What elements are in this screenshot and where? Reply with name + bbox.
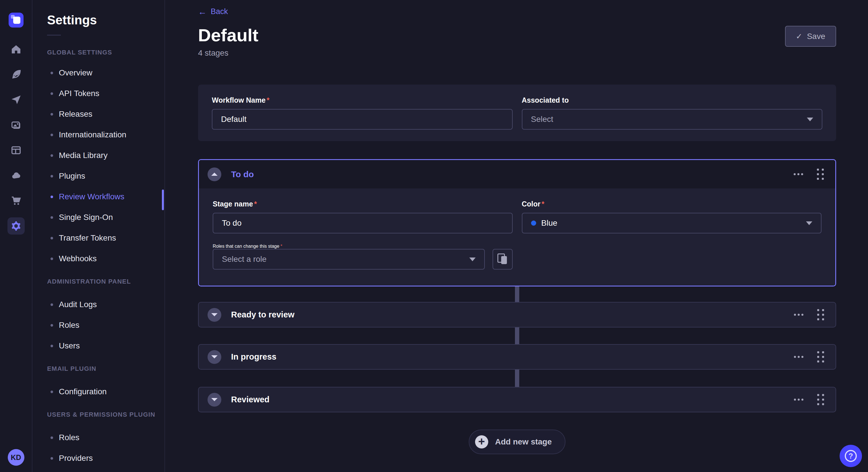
required-asterisk: * (267, 96, 270, 104)
add-stage-row: + Add new stage (198, 430, 836, 454)
bullet-icon (51, 72, 53, 74)
sidebar-item-single-sign-on[interactable]: Single Sign-On (32, 207, 164, 228)
chevron-down-icon (469, 258, 476, 261)
section-heading-global-settings: GLOBAL SETTINGS (32, 49, 164, 56)
drag-handle-icon[interactable] (817, 351, 824, 363)
save-label: Save (807, 32, 825, 41)
sidebar-item-review-workflows[interactable]: Review Workflows (32, 187, 164, 207)
user-avatar[interactable]: KD (8, 449, 24, 466)
bullet-icon (51, 92, 53, 95)
settings-gear-icon[interactable] (7, 217, 25, 235)
bullet-icon (51, 113, 53, 115)
stage-connector-line (515, 286, 519, 302)
stage-title: Ready to review (231, 310, 294, 319)
page-subtitle: 4 stages (198, 48, 258, 58)
section-heading-administration-panel: ADMINISTRATION PANEL (32, 269, 164, 294)
bullet-icon (51, 436, 53, 439)
required-asterisk: * (280, 244, 282, 248)
chevron-up-icon (211, 173, 218, 176)
expand-stage-button[interactable] (208, 393, 221, 407)
collapse-stage-button[interactable] (208, 167, 221, 181)
media-library-icon[interactable] (7, 116, 25, 134)
stage-options-menu-button[interactable] (794, 397, 804, 402)
layout-icon[interactable] (7, 142, 25, 159)
duplicate-roles-button[interactable] (493, 249, 513, 270)
back-link[interactable]: ← Back (198, 7, 228, 16)
paper-plane-icon[interactable] (7, 91, 25, 108)
strapi-logo-icon[interactable] (9, 12, 24, 28)
stage-header-actions (793, 169, 824, 180)
drag-handle-icon[interactable] (817, 169, 824, 180)
sidebar-title: Settings (47, 13, 164, 27)
sidebar-item-internationalization[interactable]: Internationalization (32, 125, 164, 145)
sidebar-item-admin-roles[interactable]: Roles (32, 315, 164, 336)
bullet-icon (51, 457, 53, 460)
chevron-down-icon (807, 117, 813, 121)
sidebar-item-plugins[interactable]: Plugins (32, 166, 164, 187)
associated-to-label: Associated to (522, 96, 823, 104)
stage-name-input[interactable] (213, 213, 513, 233)
help-button[interactable]: ? (840, 445, 862, 467)
workflow-name-label: Workflow Name* (212, 96, 513, 104)
stage-options-menu-button[interactable] (794, 312, 804, 317)
back-label: Back (211, 7, 228, 16)
stage-options-menu-button[interactable] (793, 171, 804, 177)
chevron-down-icon (211, 355, 218, 359)
stage-header-actions (794, 309, 824, 320)
stage-header-to-do: To do (199, 160, 835, 189)
select-placeholder: Select a role (222, 255, 267, 264)
sidebar-item-transfer-tokens[interactable]: Transfer Tokens (32, 228, 164, 248)
stage-options-menu-button[interactable] (794, 354, 804, 360)
page-title: Default (198, 26, 258, 44)
sidebar-item-api-tokens[interactable]: API Tokens (32, 83, 164, 104)
stage-color-label: Color* (522, 200, 822, 208)
bullet-icon (51, 154, 53, 157)
plus-icon: + (475, 435, 488, 448)
stage-title: To do (231, 169, 254, 179)
sidebar-item-email-configuration[interactable]: Configuration (32, 381, 164, 402)
sidebar-item-webhooks[interactable]: Webhooks (32, 248, 164, 269)
stage-name-field: Stage name* (213, 200, 513, 233)
workflow-name-input[interactable] (212, 109, 513, 130)
rail-icon-list (7, 41, 25, 235)
stage-title: Reviewed (231, 395, 270, 404)
page-header: Default 4 stages ✓ Save (198, 26, 836, 58)
main-content: ← Back Default 4 stages ✓ Save Workflow … (165, 0, 868, 472)
sidebar-item-admin-users[interactable]: Users (32, 336, 164, 356)
expand-stage-button[interactable] (208, 308, 221, 322)
duplicate-icon (497, 254, 508, 265)
sidebar-item-media-library[interactable]: Media Library (32, 145, 164, 166)
bullet-icon (51, 216, 53, 219)
stage-card-reviewed: Reviewed (198, 387, 836, 412)
nav-rail: KD (0, 0, 32, 472)
bullet-icon (51, 324, 53, 327)
cloud-icon[interactable] (7, 167, 25, 184)
stage-color-field: Color* Blue (522, 200, 822, 233)
sidebar-item-up-providers[interactable]: Providers (32, 448, 164, 469)
required-asterisk: * (541, 200, 545, 208)
stage-header-actions (794, 394, 824, 405)
bullet-icon (51, 303, 53, 306)
app-window: KD Settings GLOBAL SETTINGS Overview API… (0, 0, 868, 472)
stage-roles-select[interactable]: Select a role (213, 249, 485, 270)
stage-roles-label: Roles that can change this stage* (213, 244, 282, 248)
expand-stage-button[interactable] (208, 350, 221, 364)
stage-color-select[interactable]: Blue (522, 213, 822, 233)
drag-handle-icon[interactable] (817, 309, 824, 320)
drag-handle-icon[interactable] (817, 394, 824, 405)
home-icon[interactable] (7, 41, 25, 58)
sidebar-item-audit-logs[interactable]: Audit Logs (32, 294, 164, 315)
sidebar-item-overview[interactable]: Overview (32, 63, 164, 83)
content-manager-feather-icon[interactable] (7, 66, 25, 83)
add-new-stage-button[interactable]: + Add new stage (469, 430, 566, 454)
sidebar-item-releases[interactable]: Releases (32, 104, 164, 125)
stage-header-actions (794, 351, 824, 363)
select-placeholder: Select (531, 115, 553, 124)
active-item-indicator (162, 190, 164, 210)
section-heading-email-plugin: EMAIL PLUGIN (32, 356, 164, 381)
save-button[interactable]: ✓ Save (785, 26, 836, 47)
question-mark-icon: ? (845, 450, 857, 462)
marketplace-cart-icon[interactable] (7, 192, 25, 209)
associated-to-select[interactable]: Select (522, 109, 823, 130)
sidebar-item-up-roles[interactable]: Roles (32, 427, 164, 448)
